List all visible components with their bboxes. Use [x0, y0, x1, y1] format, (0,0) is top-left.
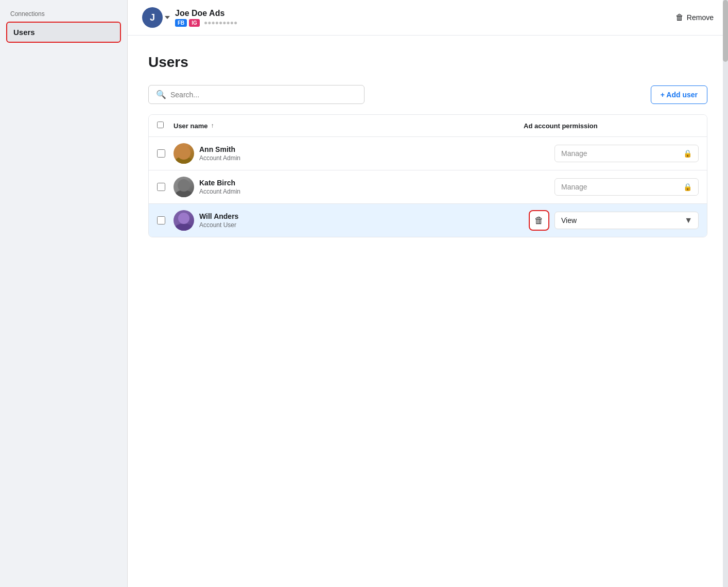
user-role-kate: Account Admin: [199, 188, 524, 195]
remove-button[interactable]: 🗑 Remove: [675, 13, 714, 22]
lock-icon-kate: 🔒: [683, 183, 692, 191]
account-info: Joe Doe Ads FB IG ●●●●●●●●●: [175, 9, 675, 27]
table-row: Ann Smith Account Admin Manage 🔒: [149, 137, 707, 170]
row-checkbox-kate: [157, 183, 174, 191]
page-title: Users: [148, 54, 707, 71]
account-name: Joe Doe Ads: [175, 9, 675, 18]
permission-manage-kate: Manage 🔒: [554, 178, 699, 196]
select-all-checkbox[interactable]: [157, 122, 164, 128]
permission-label-kate: Manage: [561, 183, 587, 191]
header-username-label: User name: [174, 122, 207, 130]
content-area: Users 🔍 + Add user User name ↑: [128, 36, 728, 587]
delete-user-button-will[interactable]: 🗑: [529, 210, 549, 231]
user-info-kate: Kate Birch Account Admin: [199, 179, 524, 195]
permission-select-will[interactable]: View Manage Analyze: [554, 212, 699, 229]
account-dropdown-button[interactable]: [165, 16, 170, 19]
checkbox-will[interactable]: [157, 216, 165, 225]
table-header: User name ↑ Ad account permission: [149, 115, 707, 137]
main-panel: J Joe Doe Ads FB IG ●●●●●●●●● 🗑 Remove U…: [128, 0, 728, 587]
account-badges: FB IG ●●●●●●●●●: [175, 19, 675, 27]
permission-select-wrapper-will: View Manage Analyze ▼: [554, 212, 699, 229]
permission-manage-ann: Manage 🔒: [554, 145, 699, 162]
header-permission-col: Ad account permission: [524, 122, 699, 130]
user-info-ann: Ann Smith Account Admin: [199, 145, 524, 162]
delete-btn-wrapper-will[interactable]: 🗑: [524, 210, 554, 231]
toolbar: 🔍 + Add user: [148, 85, 707, 104]
header-username-col: User name ↑: [174, 122, 524, 130]
search-box: 🔍: [148, 85, 365, 104]
sort-asc-icon[interactable]: ↑: [211, 122, 214, 129]
account-id: ●●●●●●●●●: [204, 19, 237, 26]
trash-icon: 🗑: [675, 13, 684, 22]
users-table: User name ↑ Ad account permission Ann Sm…: [148, 114, 707, 237]
permission-label-ann: Manage: [561, 149, 587, 158]
table-row: Kate Birch Account Admin Manage 🔒: [149, 170, 707, 204]
chevron-down-icon: [165, 16, 170, 19]
user-name-ann: Ann Smith: [199, 145, 524, 153]
checkbox-kate[interactable]: [157, 183, 165, 191]
badge-ig: IG: [189, 19, 200, 27]
sidebar-section-label: Connections: [6, 10, 121, 22]
avatar-ann: [174, 143, 194, 164]
scroll-track: [723, 0, 728, 587]
account-avatar: J: [142, 7, 163, 28]
header: J Joe Doe Ads FB IG ●●●●●●●●● 🗑 Remove: [128, 0, 728, 36]
badge-fb: FB: [175, 19, 187, 27]
user-name-will: Will Anders: [199, 212, 524, 220]
scroll-thumb[interactable]: [723, 0, 728, 62]
avatar-kate: [174, 177, 194, 197]
row-checkbox-ann: [157, 149, 174, 158]
table-row: Will Anders Account User 🗑 View Manage A…: [149, 204, 707, 237]
user-role-will: Account User: [199, 221, 524, 229]
sidebar-item-users[interactable]: Users: [6, 22, 121, 43]
lock-icon-ann: 🔒: [683, 149, 692, 158]
user-role-ann: Account Admin: [199, 154, 524, 162]
row-checkbox-will: [157, 216, 174, 225]
add-user-label: + Add user: [661, 91, 698, 99]
header-checkbox-col: [157, 121, 174, 130]
checkbox-ann[interactable]: [157, 149, 165, 158]
trash-icon-will: 🗑: [534, 215, 544, 226]
user-name-kate: Kate Birch: [199, 179, 524, 187]
search-icon: 🔍: [156, 90, 166, 99]
sidebar-item-users-label: Users: [13, 28, 35, 37]
remove-label: Remove: [687, 13, 714, 22]
add-user-button[interactable]: + Add user: [651, 85, 707, 104]
avatar-will: [174, 210, 194, 231]
user-info-will: Will Anders Account User: [199, 212, 524, 229]
search-input[interactable]: [170, 91, 357, 99]
sidebar: Connections Users: [0, 0, 128, 587]
